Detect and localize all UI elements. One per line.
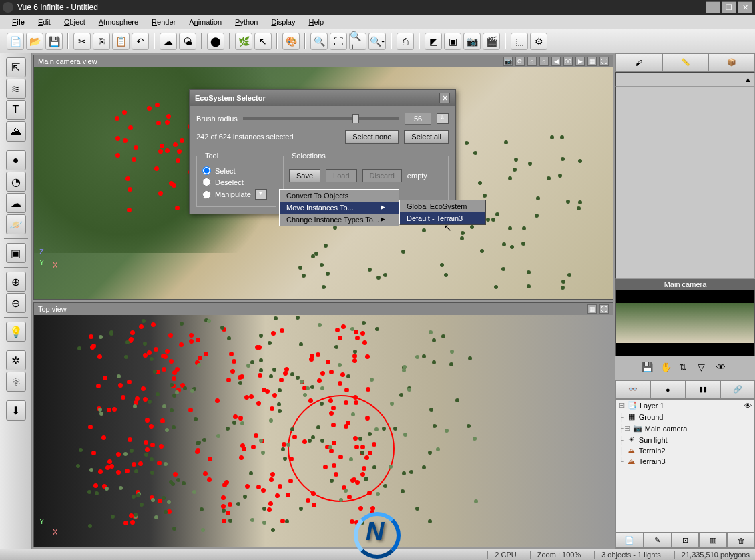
cube-icon[interactable]: ▣ xyxy=(6,243,26,263)
vp-prev-icon[interactable]: ◀ xyxy=(551,57,561,66)
render-preview-icon[interactable]: ◩ xyxy=(425,33,442,50)
load-selection-button[interactable]: Load xyxy=(326,169,356,182)
menu-edit[interactable]: Edit xyxy=(31,16,57,28)
save-preview-icon[interactable]: 💾 xyxy=(642,362,655,375)
select-tool-icon[interactable]: ⇱ xyxy=(6,57,26,77)
ctx-move-instances-to[interactable]: Move Instances To...▶ xyxy=(280,202,399,214)
dynamics-icon[interactable]: ⚛ xyxy=(6,372,26,392)
zoom-icon[interactable]: 🔍 xyxy=(310,33,328,50)
tab-brush[interactable]: 🖌 xyxy=(615,53,662,71)
tab-ruler[interactable]: 📏 xyxy=(662,53,709,71)
brush-radius-input[interactable] xyxy=(405,113,431,125)
save-icon[interactable]: 💾 xyxy=(45,33,63,50)
menu-render[interactable]: Render xyxy=(145,16,182,28)
select-all-button[interactable]: Select all xyxy=(404,130,449,144)
light-icon[interactable]: 💡 xyxy=(6,322,26,342)
btn-vis-layer[interactable]: ▥ xyxy=(699,533,727,548)
tab-lib[interactable]: ▮▮ xyxy=(686,380,720,398)
sun-clouds-icon[interactable]: 🌤 xyxy=(179,33,196,50)
import-icon[interactable]: ⬇ xyxy=(6,400,26,421)
camera-icon[interactable]: 📷 xyxy=(463,33,481,50)
vp-frame-icon[interactable]: 00 xyxy=(563,57,573,66)
btn-del-layer[interactable]: 🗑 xyxy=(727,533,755,548)
vp-opt1-icon[interactable]: ○ xyxy=(527,57,537,66)
radio-deselect[interactable]: Deselect xyxy=(202,176,270,188)
tab-layers[interactable]: 👓 xyxy=(615,380,650,398)
orbit-icon[interactable]: ⇅ xyxy=(679,362,692,375)
discard-selection-button[interactable]: Discard xyxy=(362,169,402,182)
vp-wire-icon[interactable]: ▦ xyxy=(587,57,597,66)
btn-group-layer[interactable]: ⊡ xyxy=(672,533,700,548)
palette-icon[interactable]: 🎨 xyxy=(282,33,300,50)
menu-atmosphere[interactable]: Atmosphere xyxy=(92,16,145,28)
copy-icon[interactable]: ⎘ xyxy=(93,33,110,50)
zoom-out-icon[interactable]: 🔍- xyxy=(368,33,386,50)
menu-python[interactable]: Python xyxy=(228,16,264,28)
btn-new-layer[interactable]: 📄 xyxy=(615,533,644,548)
select-none-button[interactable]: Select none xyxy=(345,130,399,144)
terrain-icon[interactable]: ⛰ xyxy=(6,121,26,142)
menu-display[interactable]: Display xyxy=(264,16,302,28)
layer-sun-light[interactable]: ├☀Sun light xyxy=(616,434,754,445)
layer-main-camera[interactable]: ├⊞📷Main camera xyxy=(616,423,754,434)
pan-icon[interactable]: ✋ xyxy=(660,362,674,375)
text-tool-icon[interactable]: T xyxy=(6,100,26,120)
film-icon[interactable]: 🎬 xyxy=(483,33,500,50)
layer-ground[interactable]: ├▦Ground xyxy=(616,411,754,423)
plant-icon[interactable]: 🌿 xyxy=(235,33,252,50)
open-icon[interactable]: 📂 xyxy=(26,33,43,50)
vp-max-icon[interactable]: ⛶ xyxy=(599,57,609,66)
close-button[interactable]: ✕ xyxy=(738,1,752,13)
cut-icon[interactable]: ✂ xyxy=(73,33,91,50)
render-icon[interactable]: ▣ xyxy=(444,33,461,50)
menu-help[interactable]: Help xyxy=(302,16,330,28)
vp-refresh-icon[interactable]: ⟳ xyxy=(515,57,525,66)
pointer-icon[interactable]: ↖ xyxy=(254,33,272,50)
region-icon[interactable]: ⬚ xyxy=(511,33,528,50)
zoom-fit-icon[interactable]: ⛶ xyxy=(330,33,347,50)
fan-icon[interactable]: ✲ xyxy=(6,350,26,370)
options-icon[interactable]: ⚙ xyxy=(530,33,547,50)
layer-terrain2[interactable]: ├⛰Terrain2 xyxy=(616,445,754,456)
vp-next-icon[interactable]: ▶ xyxy=(575,57,585,66)
dialog-close-button[interactable]: ✕ xyxy=(439,93,450,103)
undo-icon[interactable]: ↶ xyxy=(132,33,149,50)
viewport-top[interactable]: Top view ▦ ⛶ Y X xyxy=(33,302,613,547)
paste-icon[interactable]: 📋 xyxy=(112,33,130,50)
layer-terrain3[interactable]: └⛰Terrain3 xyxy=(616,456,754,467)
eye-icon[interactable]: 👁 xyxy=(716,362,730,375)
zoom-in-icon[interactable]: 🔍+ xyxy=(349,33,366,50)
tab-materials[interactable]: ● xyxy=(650,380,685,398)
new-icon[interactable]: 📄 xyxy=(7,33,24,50)
manipulate-dropdown-button[interactable]: ▾ xyxy=(255,189,267,200)
atmosphere-icon[interactable]: ☁ xyxy=(160,33,177,50)
brush-radius-slider[interactable] xyxy=(243,117,399,120)
vp-snap-icon[interactable]: 📷 xyxy=(503,57,513,66)
radio-select[interactable]: Select xyxy=(202,165,270,176)
bool-union-icon[interactable]: ⊕ xyxy=(6,272,26,292)
water-icon[interactable]: ≋ xyxy=(6,79,26,99)
ctx-global-ecosystem[interactable]: Global EcoSystem xyxy=(400,200,485,212)
material-icon[interactable]: ⬤ xyxy=(207,33,224,50)
tab-object[interactable]: 📦 xyxy=(708,53,755,71)
prism-icon[interactable]: ▽ xyxy=(698,362,711,375)
planet-icon[interactable]: 🪐 xyxy=(6,214,26,234)
save-selection-button[interactable]: Save xyxy=(289,169,320,182)
bool-subtract-icon[interactable]: ⊖ xyxy=(6,293,26,313)
snapshot-icon[interactable]: ⎙ xyxy=(397,33,414,50)
btn-edit-layer[interactable]: ✎ xyxy=(644,533,672,548)
radio-manipulate[interactable]: Manipulate ▾ xyxy=(202,188,270,201)
cloud-icon[interactable]: ☁ xyxy=(6,193,26,213)
maximize-button[interactable]: ❐ xyxy=(722,1,736,13)
menu-animation[interactable]: Animation xyxy=(182,16,228,28)
layer-layer1[interactable]: ⊟📑Layer 1👁 xyxy=(616,400,754,411)
menu-object[interactable]: Object xyxy=(57,16,92,28)
brush-apply-icon[interactable]: ⇓ xyxy=(437,113,449,124)
vp-opt2-icon[interactable]: ○ xyxy=(539,57,549,66)
vp-top-max-icon[interactable]: ⛶ xyxy=(599,304,609,314)
ctx-default-terrain3[interactable]: Default - Terrain3 xyxy=(400,212,485,224)
vp-top-wire-icon[interactable]: ▦ xyxy=(587,304,597,314)
tab-links[interactable]: 🔗 xyxy=(720,380,755,398)
menu-file[interactable]: File xyxy=(5,16,31,28)
sphere-primitive-icon[interactable]: ● xyxy=(6,150,26,170)
